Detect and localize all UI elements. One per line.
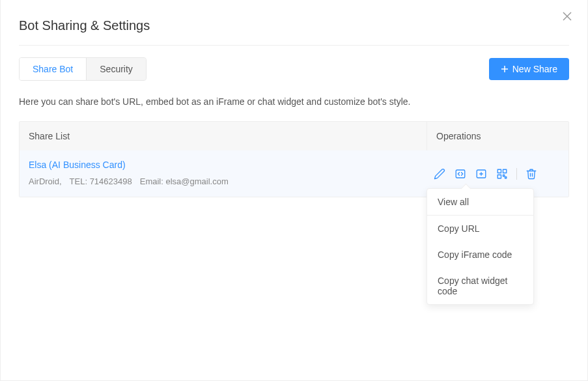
divider-vertical: [516, 168, 517, 180]
share-item-meta: AirDroid, TEL: 714623498 Email: elsa@gma…: [29, 176, 417, 186]
tab-share-bot[interactable]: Share Bot: [20, 58, 86, 80]
description: Here you can share bot's URL, embed bot …: [19, 96, 569, 107]
tabs: Share Bot Security: [19, 57, 147, 81]
new-share-button[interactable]: New Share: [489, 58, 569, 80]
close-button[interactable]: [563, 12, 572, 23]
svg-rect-9: [503, 169, 507, 173]
close-icon: [563, 12, 572, 21]
operations-cell: View all Copy URL Copy iFrame code Copy …: [427, 150, 568, 197]
embed-code-button[interactable]: [454, 167, 467, 180]
code-icon: [455, 168, 466, 180]
add-window-button[interactable]: [475, 167, 488, 180]
add-window-icon: [475, 168, 487, 180]
svg-rect-4: [456, 170, 465, 178]
share-item-title[interactable]: Elsa (AI Business Card): [29, 160, 417, 170]
delete-button[interactable]: [525, 167, 538, 180]
svg-rect-11: [503, 175, 505, 176]
svg-rect-10: [497, 175, 501, 178]
share-item-org: AirDroid,: [29, 176, 62, 186]
share-item-tel: TEL: 714623498: [70, 176, 132, 186]
popover-copy-widget[interactable]: Copy chat widget code: [427, 268, 533, 304]
share-table: Share List Operations Elsa (AI Business …: [19, 121, 569, 197]
new-share-label: New Share: [512, 64, 557, 74]
svg-rect-8: [497, 169, 501, 173]
popover-view-all[interactable]: View all: [427, 189, 533, 216]
table-header: Share List Operations: [20, 122, 568, 150]
popover-copy-iframe[interactable]: Copy iFrame code: [427, 242, 533, 268]
trash-icon: [525, 168, 537, 180]
qr-code-button[interactable]: [496, 167, 509, 180]
divider: [19, 45, 569, 46]
edit-button[interactable]: [433, 167, 446, 180]
column-share-list: Share List: [20, 122, 427, 150]
plus-icon: [501, 65, 509, 73]
qr-code-icon: [496, 168, 508, 180]
pencil-icon: [434, 168, 445, 180]
embed-popover: View all Copy URL Copy iFrame code Copy …: [427, 188, 534, 305]
tab-security[interactable]: Security: [86, 58, 146, 80]
table-row: Elsa (AI Business Card) AirDroid, TEL: 7…: [20, 150, 568, 197]
column-operations: Operations: [427, 122, 568, 150]
share-item-email: Email: elsa@gmail.com: [140, 176, 229, 186]
page-title: Bot Sharing & Settings: [19, 18, 569, 45]
svg-rect-12: [505, 176, 507, 178]
popover-copy-url[interactable]: Copy URL: [427, 216, 533, 242]
